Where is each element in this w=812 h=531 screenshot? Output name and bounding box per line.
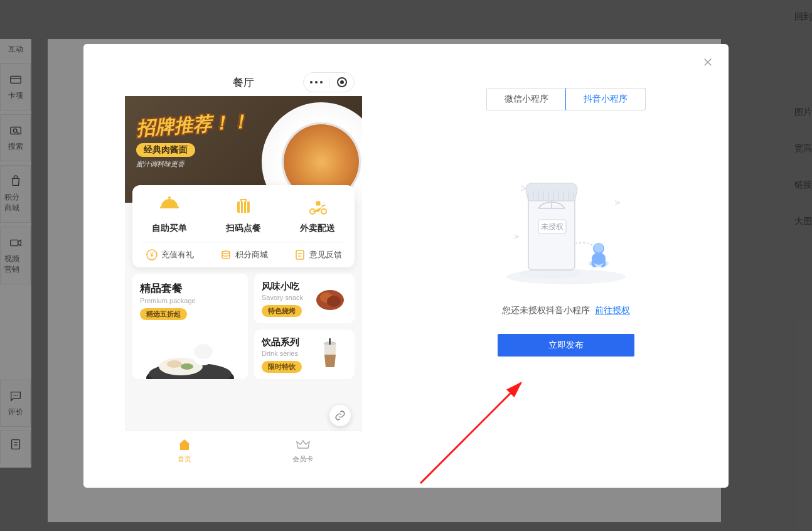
menu-points-mall[interactable]: 积分商城 [220,249,268,261]
category-grid: 精品套餐 Premium package 精选五折起 [132,274,355,379]
menu-dots-icon[interactable] [304,81,329,83]
svg-point-29 [327,296,341,307]
link-icon [334,410,346,421]
svg-point-36 [594,243,604,252]
tab-home[interactable]: 首页 [125,431,243,470]
svg-rect-8 [160,206,179,208]
tab-wechat[interactable]: 微信小程序 [487,88,566,110]
svg-rect-19 [296,250,304,259]
svg-point-9 [168,196,171,199]
category-premium[interactable]: 精品套餐 Premium package 精选五折起 [132,274,248,379]
svg-rect-31 [329,338,331,345]
banner-subtitle: 经典肉酱面 [136,143,195,157]
phone-capsule[interactable] [303,72,355,92]
phone-title: 餐厅 [233,75,254,90]
note-icon [294,249,306,261]
coin-icon: ¥ [146,249,158,261]
publish-button[interactable]: 立即发布 [498,334,634,357]
link-floating-button[interactable] [329,405,351,426]
unauthorized-illustration: 未授权 [497,161,635,286]
unauthorized-badge: 未授权 [541,222,564,231]
phone-mock: 餐厅 招牌推荐！！ 经典肉酱面 蜜汁调料味更香 [125,68,362,470]
tab-douyin[interactable]: 抖音小程序 [565,88,646,110]
publish-modal: 餐厅 招牌推荐！！ 经典肉酱面 蜜汁调料味更香 [83,44,729,488]
tab-member[interactable]: 会员卡 [243,431,362,470]
banner-tagline: 蜜汁调料味更香 [136,159,249,169]
modal-overlay: 餐厅 招牌推荐！！ 经典肉酱面 蜜汁调料味更香 [0,0,812,531]
platform-tabs: 微信小程序 抖音小程序 [486,88,646,110]
svg-text:¥: ¥ [149,252,154,259]
category-drinks[interactable]: 饮品系列 Drink series 限时特饮 [254,330,355,379]
home-icon [177,437,192,453]
phone-header: 餐厅 [125,68,362,96]
scooter-icon [305,194,330,219]
close-ring-icon[interactable] [329,77,354,87]
svg-rect-11 [240,201,241,213]
dish-cover-icon [157,194,182,219]
menu-feedback[interactable]: 意见反馈 [294,249,342,261]
svg-rect-12 [243,201,244,213]
banner-title: 招牌推荐！！ [136,109,250,142]
auth-message: 您还未授权抖音小程序 前往授权 [502,305,630,316]
auth-link[interactable]: 前往授权 [595,305,630,315]
menu-delivery[interactable]: 外卖配送 [300,194,335,234]
menu-scan-order[interactable]: 扫码点餐 [226,194,261,234]
svg-rect-13 [246,201,247,213]
drink-image [313,337,347,372]
svg-point-24 [181,363,193,370]
svg-point-26 [194,344,213,359]
svg-point-23 [167,360,182,368]
publish-pane: 微信小程序 抖音小程序 [403,44,729,488]
preview-pane: 餐厅 招牌推荐！！ 经典肉酱面 蜜汁调料味更香 [83,44,403,488]
category-snack[interactable]: 风味小吃 Savory snack 特色烧烤 [254,274,355,323]
svg-point-15 [321,209,326,214]
premium-food-image [132,323,248,379]
snack-food-image [313,281,347,316]
menu-self-pay[interactable]: 自助买单 [152,194,187,234]
stack-icon [220,249,232,261]
menu-recharge[interactable]: ¥ 充值有礼 [146,249,194,261]
svg-point-18 [222,251,230,254]
tab-bar: 首页 会员卡 [125,430,362,470]
crown-icon [296,437,311,453]
menu-card: 自助买单 扫码点餐 外卖配送 ¥ [132,185,355,267]
luggage-icon [231,194,256,219]
